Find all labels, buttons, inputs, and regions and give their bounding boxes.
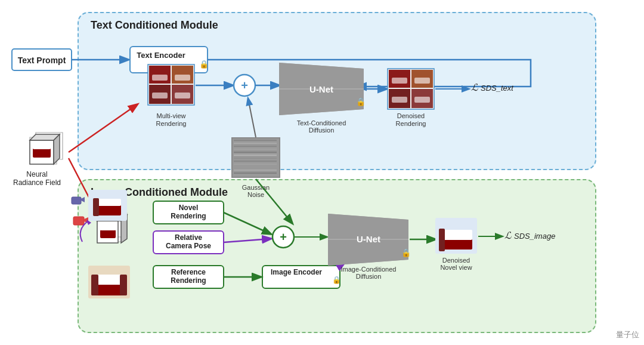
text-conditioned-module: Text Conditioned Module bbox=[78, 12, 596, 170]
svg-text:Text Prompt: Text Prompt bbox=[18, 56, 66, 65]
svg-marker-9 bbox=[30, 134, 60, 140]
svg-rect-0 bbox=[12, 49, 72, 70]
watermark: 量子位 bbox=[616, 329, 639, 340]
svg-marker-10 bbox=[54, 134, 60, 164]
svg-rect-11 bbox=[33, 148, 51, 158]
text-conditioned-title: Text Conditioned Module bbox=[91, 19, 218, 32]
image-conditioned-title: Image Conditioned Module bbox=[91, 186, 228, 199]
svg-marker-8 bbox=[30, 140, 54, 164]
svg-text:Radiance Field: Radiance Field bbox=[13, 178, 61, 187]
svg-text:Neural: Neural bbox=[26, 170, 47, 178]
image-conditioned-module: Image Conditioned Module bbox=[78, 179, 596, 333]
svg-marker-7 bbox=[36, 133, 63, 159]
svg-marker-6 bbox=[30, 137, 57, 164]
svg-rect-12 bbox=[33, 143, 51, 149]
diagram-container: Text Conditioned Module Image Conditione… bbox=[0, 0, 644, 345]
